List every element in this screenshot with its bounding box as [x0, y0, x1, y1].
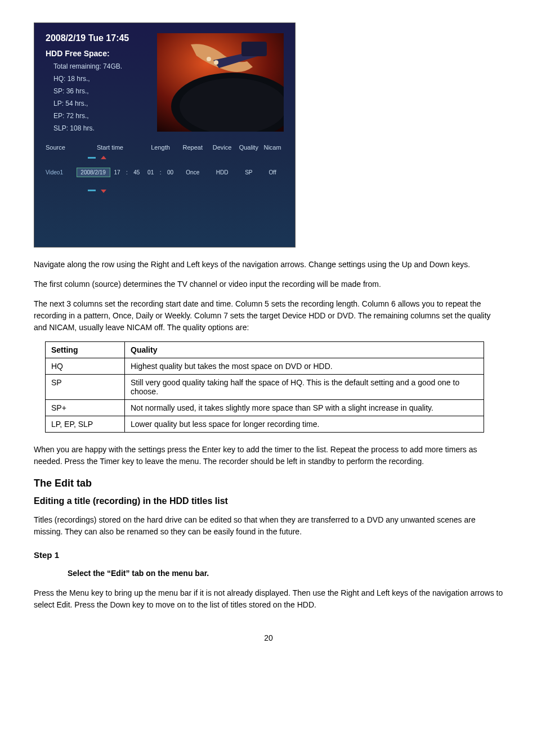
paragraph-finish: When you are happy with the settings pre… [34, 444, 503, 467]
col-quality: Quality [236, 144, 261, 151]
entry-start-mm: 45 [129, 169, 144, 176]
svg-rect-3 [241, 42, 267, 56]
arrow-up-icon [101, 156, 106, 159]
cell-quality: Not normally used, it takes slightly mor… [125, 400, 484, 416]
down-indicator [88, 190, 96, 191]
timer-table: Source Start time Length Repeat Device Q… [46, 144, 284, 177]
entry-len-hh: 01 [144, 169, 158, 176]
svg-point-5 [214, 60, 218, 65]
entry-sep1: : [124, 169, 129, 176]
entry-len-mm: 00 [163, 169, 177, 176]
edit-paragraph: Titles (recordings) stored on the hard d… [34, 514, 503, 538]
col-nicam: Nicam [261, 144, 284, 151]
cell-quality: Highest quality but takes the most space… [125, 358, 484, 375]
col-start: Start time [77, 144, 144, 151]
col-device: Device [208, 144, 236, 151]
preview-thumbnail [157, 33, 284, 132]
entry-source: Video1 [46, 169, 77, 176]
entry-device: HDD [208, 169, 236, 176]
step1-body: Select the “Edit” tab on the menu bar. [68, 568, 503, 579]
table-row: SP+ Not normally used, it takes slightly… [46, 400, 484, 416]
table-row: SP Still very good quality taking half t… [46, 375, 484, 400]
entry-quality: SP [236, 169, 261, 176]
col-source: Source [46, 144, 77, 151]
entry-sep2: : [158, 169, 163, 176]
edit-tab-title: The Edit tab [34, 478, 503, 489]
col-repeat: Repeat [177, 144, 208, 151]
timer-entry-row: Video1 2008/2/19 17 : 45 01 : 00 Once HD… [46, 168, 284, 177]
cell-quality: Still very good quality taking half the … [125, 375, 484, 400]
paragraph-source: The first column (source) determines the… [34, 278, 503, 290]
paragraph-nav: Navigate along the row using the Right a… [34, 259, 503, 271]
cell-setting: SP+ [46, 400, 125, 416]
cell-setting: LP, EP, SLP [46, 416, 125, 433]
svg-point-4 [207, 57, 211, 61]
step1-after: Press the Menu key to bring up the menu … [34, 587, 503, 611]
entry-start-hh: 17 [110, 169, 124, 176]
timer-header-row: Source Start time Length Repeat Device Q… [46, 144, 284, 151]
up-indicator [88, 157, 96, 159]
entry-repeat: Once [177, 169, 208, 176]
table-row: LP, EP, SLP Lower quality but less space… [46, 416, 484, 433]
cell-quality: Lower quality but less space for longer … [125, 416, 484, 433]
timer-record-screenshot: 2008/2/19 Tue 17:45 HDD Free Space: Tota… [34, 22, 296, 248]
paragraph-columns: The next 3 columns set the recording sta… [34, 298, 503, 334]
cell-setting: SP [46, 375, 125, 400]
step1-title: Step 1 [34, 550, 503, 560]
entry-date[interactable]: 2008/2/19 [77, 168, 110, 177]
th-setting: Setting [46, 342, 125, 358]
cell-setting: HQ [46, 358, 125, 375]
th-quality: Quality [125, 342, 484, 358]
edit-subtitle: Editing a title (recording) in the HDD t… [34, 496, 503, 506]
page-number: 20 [34, 633, 503, 642]
entry-nicam: Off [261, 169, 284, 176]
col-length: Length [144, 144, 177, 151]
quality-table: Setting Quality HQ Highest quality but t… [45, 341, 484, 433]
arrow-down-icon [101, 190, 106, 193]
table-row: HQ Highest quality but takes the most sp… [46, 358, 484, 375]
